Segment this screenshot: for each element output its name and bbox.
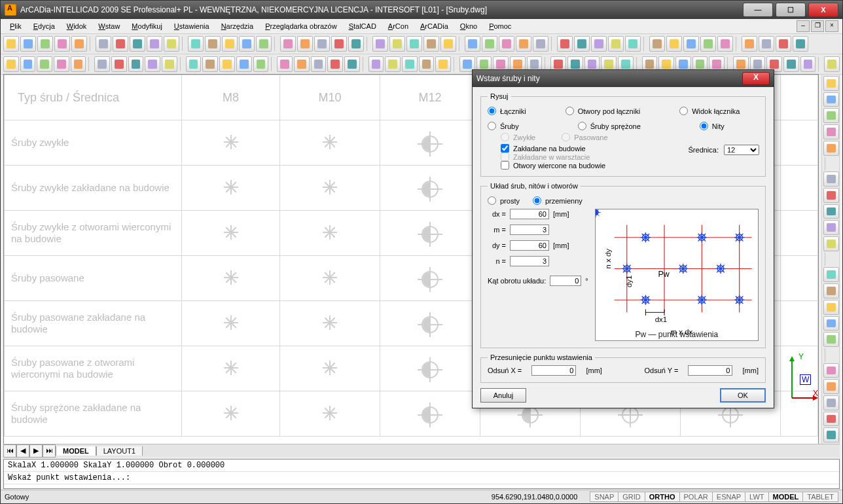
toolbar-button[interactable] (419, 56, 435, 72)
toolbar-button[interactable] (54, 56, 69, 72)
status-toggle-esnap[interactable]: ESNAP (712, 492, 745, 502)
toolbar-button[interactable] (372, 36, 388, 52)
toolbar-button[interactable] (823, 332, 839, 347)
toolbar-button[interactable] (389, 36, 405, 52)
toolbar-button[interactable] (130, 36, 145, 52)
toolbar-button[interactable] (20, 36, 36, 52)
toolbar-button[interactable] (823, 171, 839, 187)
toolbar-button[interactable] (3, 36, 19, 52)
toolbar-button[interactable] (823, 267, 839, 282)
menu-arcadia[interactable]: ArCADia (415, 21, 454, 31)
menu-modyfikuj[interactable]: Modyfikuj (126, 21, 167, 31)
toolbar-button[interactable] (823, 92, 839, 107)
toolbar-button[interactable] (683, 36, 699, 52)
toolbar-button[interactable] (435, 56, 451, 72)
toolbar-button[interactable] (700, 36, 716, 52)
toolbar-button[interactable] (465, 36, 480, 52)
toolbar-button[interactable] (717, 36, 733, 52)
menu-stalcad[interactable]: StalCAD (344, 21, 382, 31)
toolbar-button[interactable] (94, 56, 110, 72)
tab-nav-button[interactable]: ◀ (16, 444, 29, 458)
ok-button[interactable]: OK (720, 388, 766, 403)
toolbar-button[interactable] (145, 56, 160, 72)
menu-plik[interactable]: Plik (5, 21, 27, 31)
toolbar-button[interactable] (591, 36, 607, 52)
status-toggle-snap[interactable]: SNAP (590, 492, 619, 502)
input-m[interactable] (510, 225, 549, 235)
toolbar-button[interactable] (280, 36, 296, 52)
status-toggle-lwt[interactable]: LWT (745, 492, 768, 502)
toolbar-button[interactable] (297, 36, 313, 52)
toolbar-button[interactable] (499, 36, 514, 52)
tab-nav-button[interactable]: ⏮ (3, 444, 16, 458)
toolbar-button[interactable] (823, 141, 839, 156)
input-odsuny[interactable] (688, 365, 732, 376)
toolbar-button[interactable] (649, 36, 665, 52)
toolbar-button[interactable] (96, 36, 111, 52)
toolbar-button[interactable] (557, 36, 573, 52)
toolbar-button[interactable] (202, 56, 218, 72)
mdi-restore-button[interactable]: ❐ (811, 20, 824, 32)
toolbar-button[interactable] (823, 316, 839, 331)
radio-przemienny[interactable]: przemienny (533, 196, 583, 205)
command-prompt-line[interactable]: Wskaż punkt wstawienia...: (4, 472, 839, 484)
toolbar-button[interactable] (783, 56, 799, 72)
toolbar-button[interactable] (314, 36, 330, 52)
toolbar-button[interactable] (823, 379, 839, 394)
status-toggle-polar[interactable]: POLAR (679, 492, 713, 502)
toolbar-button[interactable] (823, 124, 839, 139)
tab-model[interactable]: MODEL (56, 446, 96, 456)
window-close-button[interactable]: X (808, 3, 838, 17)
tab-nav-button[interactable]: ⏭ (43, 444, 56, 458)
toolbar-button[interactable] (277, 56, 293, 72)
input-n[interactable] (510, 256, 549, 266)
status-toggle-ortho[interactable]: ORTHO (645, 492, 680, 502)
toolbar-button[interactable] (823, 76, 839, 91)
toolbar-button[interactable] (402, 56, 418, 72)
toolbar-button[interactable] (294, 56, 310, 72)
check-otwory-wiercone[interactable]: Otwory wiercone na budowie (501, 161, 759, 170)
mdi-close-button[interactable]: × (825, 20, 838, 32)
toolbar-button[interactable] (759, 36, 774, 52)
toolbar-button[interactable] (574, 36, 590, 52)
radio-sruby[interactable]: Śruby (488, 122, 519, 130)
toolbar-button[interactable] (188, 36, 204, 52)
toolbar-button[interactable] (823, 412, 839, 427)
menu-narzędzia[interactable]: Narzędzia (216, 21, 259, 31)
toolbar-button[interactable] (219, 56, 235, 72)
toolbar-button[interactable] (20, 56, 36, 72)
toolbar-button[interactable] (800, 56, 816, 72)
window-maximize-button[interactable]: ☐ (776, 3, 806, 17)
toolbar-button[interactable] (423, 36, 439, 52)
radio-sruby-sprezone[interactable]: Śruby sprężone (578, 122, 641, 130)
input-dy[interactable] (510, 240, 549, 251)
toolbar-button[interactable] (327, 56, 343, 72)
toolbar-button[interactable] (823, 204, 839, 219)
toolbar-button[interactable] (823, 220, 839, 235)
radio-widok[interactable]: Widok łącznika (679, 107, 740, 115)
menu-przeglądarka obrazów[interactable]: Przeglądarka obrazów (260, 21, 342, 31)
window-minimize-button[interactable]: — (743, 3, 773, 17)
toolbar-button[interactable] (824, 56, 840, 72)
toolbar-button[interactable] (236, 56, 252, 72)
toolbar-button[interactable] (205, 36, 221, 52)
toolbar-button[interactable] (368, 56, 384, 72)
menu-arcon[interactable]: ArCon (383, 21, 414, 31)
tab-layout1[interactable]: LAYOUT1 (96, 446, 143, 456)
toolbar-button[interactable] (533, 36, 548, 52)
anuluj-button[interactable]: Anuluj (480, 388, 526, 403)
radio-otwory-pod[interactable]: Otwory pod łączniki (565, 107, 640, 115)
toolbar-button[interactable] (186, 56, 202, 72)
toolbar-button[interactable] (823, 188, 839, 203)
toolbar-button[interactable] (608, 36, 624, 52)
toolbar-button[interactable] (37, 36, 53, 52)
toolbar-button[interactable] (406, 36, 422, 52)
toolbar-button[interactable] (311, 56, 327, 72)
command-area[interactable]: SkalaX 1.000000 SkalaY 1.000000 Obrot 0.… (3, 459, 840, 489)
toolbar-button[interactable] (516, 36, 531, 52)
toolbar-button[interactable] (385, 56, 401, 72)
toolbar-button[interactable] (482, 36, 497, 52)
dialog-close-button[interactable]: X (742, 72, 770, 85)
toolbar-button[interactable] (742, 36, 757, 52)
toolbar-button[interactable] (823, 363, 839, 378)
